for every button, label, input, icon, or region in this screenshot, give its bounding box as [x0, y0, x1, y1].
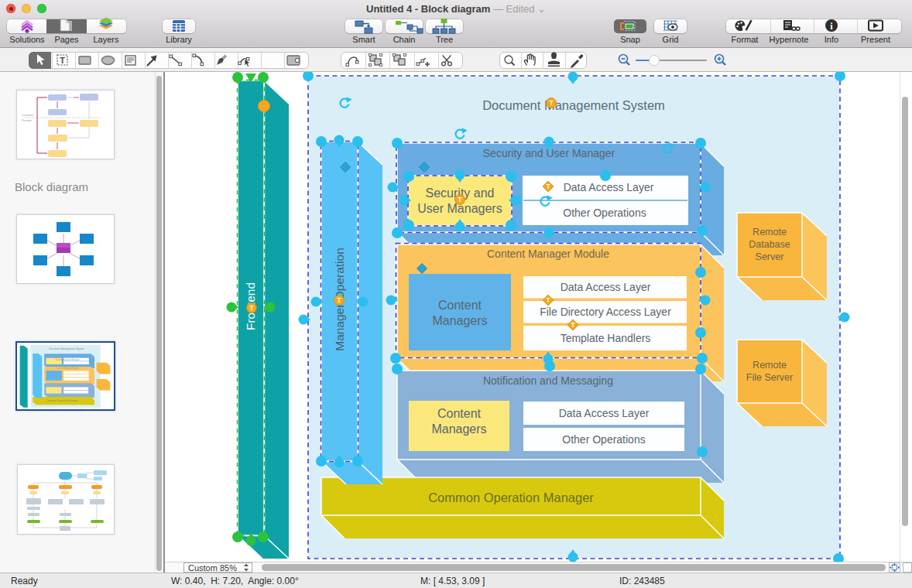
svg-text:Remote: Remote	[753, 360, 787, 371]
svg-text:Document Management System: Document Management System	[49, 347, 84, 350]
svg-text:File Server: File Server	[746, 372, 793, 383]
svg-text:Data Access Layer: Data Access Layer	[559, 407, 650, 419]
svg-text:Database: Database	[749, 239, 790, 250]
svg-text:Server: Server	[756, 251, 784, 262]
svg-text:Content Manager Module: Content Manager Module	[487, 248, 609, 260]
svg-text:T: T	[337, 296, 341, 304]
svg-text:Data Access Layer: Data Access Layer	[564, 181, 654, 193]
svg-text:Common Operation Manager: Common Operation Manager	[46, 399, 78, 402]
svg-text:Managers: Managers	[432, 314, 487, 327]
svg-text:T: T	[249, 304, 254, 312]
svg-text:Other Operations: Other Operations	[562, 433, 645, 446]
svg-text:T: T	[549, 99, 554, 107]
svg-text:File Directory Access Layer: File Directory Access Layer	[540, 306, 671, 318]
svg-text:Security and User Manager: Security and User Manager	[55, 358, 80, 361]
svg-text:Provider: Provider	[22, 119, 33, 122]
svg-text:T: T	[546, 296, 550, 304]
svg-text:T: T	[571, 321, 575, 329]
svg-text:Content: Content	[437, 407, 482, 420]
svg-text:Common Operation Manager: Common Operation Manager	[428, 491, 594, 504]
svg-text:Managers: Managers	[431, 422, 486, 436]
svg-text:Content: Content	[438, 299, 482, 312]
svg-text:Template Handlers: Template Handlers	[561, 332, 651, 344]
svg-text:Notification and Messaging: Notification and Messaging	[483, 374, 613, 387]
svg-text:T: T	[546, 183, 550, 190]
svg-text:Content Manager Module: Content Manager Module	[56, 367, 79, 370]
svg-text:Customer: Customer	[22, 114, 34, 117]
svg-text:Data Access Layer: Data Access Layer	[561, 281, 651, 293]
svg-text:Document Management System: Document Management System	[482, 98, 665, 112]
svg-text:Remote: Remote	[753, 227, 787, 238]
svg-text:T: T	[60, 56, 65, 65]
svg-text:T: T	[458, 196, 462, 203]
svg-text:Other Operations: Other Operations	[563, 207, 646, 219]
